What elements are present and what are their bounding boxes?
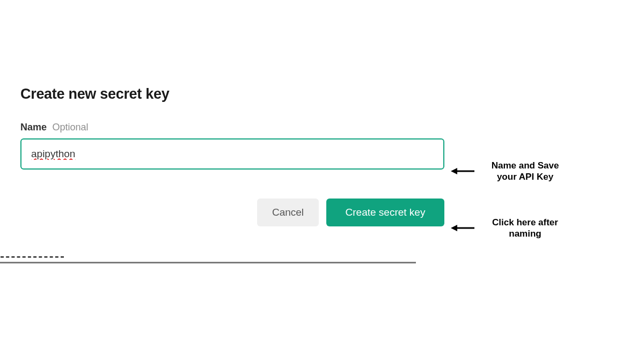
arrow-left-icon — [451, 166, 474, 176]
create-secret-key-button[interactable]: Create secret key — [326, 199, 444, 226]
name-input[interactable] — [20, 138, 444, 170]
annotation-line-1: Name and Save — [492, 160, 559, 171]
annotation-line-1: Click here after — [492, 217, 558, 227]
annotation-text: Click here after naming — [481, 217, 569, 240]
annotation-line-2: your API Key — [497, 172, 553, 182]
name-label-row: Name Optional — [20, 122, 444, 133]
arrow-left-icon — [451, 223, 474, 233]
annotation-line-2: naming — [509, 229, 541, 239]
svg-marker-1 — [451, 168, 457, 174]
dashed-decoration — [1, 256, 64, 258]
name-label: Name — [20, 122, 47, 133]
annotation-click-here: Click here after naming — [451, 217, 569, 240]
cancel-button[interactable]: Cancel — [257, 199, 319, 226]
svg-marker-3 — [451, 225, 457, 231]
create-secret-key-dialog: Create new secret key Name Optional Canc… — [20, 86, 444, 226]
optional-label: Optional — [52, 122, 88, 133]
annotation-text: Name and Save your API Key — [481, 160, 569, 183]
button-row: Cancel Create secret key — [20, 199, 444, 226]
annotation-name-and-save: Name and Save your API Key — [451, 160, 569, 183]
dialog-title: Create new secret key — [20, 86, 444, 102]
divider-line — [0, 262, 416, 263]
